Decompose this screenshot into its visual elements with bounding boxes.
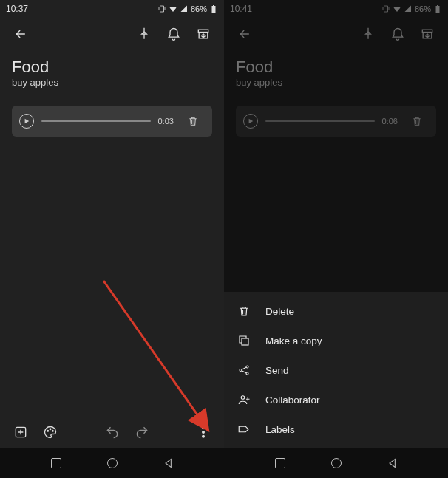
note-body-input[interactable]: buy apples: [12, 77, 212, 88]
menu-copy-label: Make a copy: [265, 335, 322, 346]
svg-point-11: [246, 366, 248, 368]
pin-button[interactable]: [132, 22, 156, 46]
nav-back-button[interactable]: [381, 451, 404, 475]
signal-icon: [180, 4, 189, 13]
vibrate-icon: [381, 4, 390, 13]
redo-button[interactable]: [130, 420, 154, 444]
battery-icon: [433, 4, 442, 13]
share-icon: [237, 363, 251, 377]
battery-text: 86%: [191, 4, 207, 13]
text-cursor: [50, 58, 50, 75]
status-bar: 10:41 86%: [224, 0, 448, 18]
note-title-input[interactable]: Food: [236, 58, 273, 76]
svg-rect-8: [422, 30, 432, 32]
audio-recording-chip: 0:03: [12, 106, 212, 137]
delete-audio-button[interactable]: [405, 109, 429, 133]
nav-back-button[interactable]: [157, 451, 180, 475]
menu-delete-label: Delete: [265, 306, 294, 317]
battery-icon: [209, 4, 218, 13]
audio-waveform[interactable]: [265, 120, 375, 122]
recents-button[interactable]: [44, 451, 68, 475]
svg-point-3: [50, 429, 51, 430]
status-icons: 86%: [157, 4, 218, 13]
battery-text: 86%: [415, 4, 431, 13]
svg-point-12: [246, 372, 248, 375]
more-button[interactable]: [191, 420, 215, 444]
app-bar: [0, 18, 224, 50]
status-bar: 10:37 86%: [0, 0, 224, 18]
menu-labels[interactable]: Labels: [224, 414, 448, 444]
overflow-menu-sheet: Delete Make a copy Send Collaborator Lab…: [224, 292, 448, 448]
trash-icon: [237, 304, 251, 318]
svg-point-10: [240, 369, 242, 372]
reminder-button[interactable]: [162, 22, 186, 46]
screen-left: 10:37 86% Food buy apples: [0, 0, 224, 478]
menu-copy[interactable]: Make a copy: [224, 326, 448, 355]
clock: 10:37: [6, 4, 28, 14]
svg-point-4: [52, 431, 54, 432]
menu-collaborator[interactable]: Collaborator: [224, 385, 448, 414]
svg-point-6: [203, 431, 205, 434]
vibrate-icon: [157, 4, 166, 13]
signal-icon: [404, 4, 413, 13]
menu-send[interactable]: Send: [224, 355, 448, 385]
menu-collaborator-label: Collaborator: [265, 395, 320, 406]
play-button[interactable]: [19, 114, 34, 129]
copy-icon: [237, 334, 251, 347]
system-nav-bar: [0, 448, 224, 478]
delete-audio-button[interactable]: [181, 109, 205, 133]
clock: 10:41: [230, 4, 252, 14]
menu-delete[interactable]: Delete: [224, 296, 448, 326]
note-content: Food buy apples 0:03: [0, 50, 224, 416]
home-button[interactable]: [101, 451, 124, 475]
add-button[interactable]: [9, 420, 33, 444]
audio-duration: 0:06: [382, 117, 398, 126]
note-body-input[interactable]: buy apples: [236, 77, 436, 88]
label-icon: [237, 423, 251, 436]
screen-right: 10:41 86% Food buy apples 0:06 D: [224, 0, 448, 478]
svg-rect-0: [198, 30, 208, 32]
menu-labels-label: Labels: [265, 424, 295, 435]
back-button[interactable]: [9, 22, 33, 46]
archive-button[interactable]: [191, 22, 215, 46]
svg-point-7: [203, 436, 205, 438]
wifi-icon: [169, 4, 177, 13]
audio-waveform[interactable]: [41, 120, 151, 122]
text-cursor: [274, 58, 274, 75]
archive-button[interactable]: [415, 22, 439, 46]
recents-button[interactable]: [268, 451, 292, 475]
app-bar: [224, 18, 448, 50]
pin-button[interactable]: [356, 22, 380, 46]
system-nav-bar: [224, 448, 448, 478]
home-button[interactable]: [325, 451, 348, 475]
back-button[interactable]: [233, 22, 257, 46]
svg-point-5: [203, 427, 205, 429]
play-button[interactable]: [243, 114, 258, 129]
palette-button[interactable]: [38, 420, 62, 444]
reminder-button[interactable]: [386, 22, 410, 46]
svg-rect-9: [242, 338, 248, 345]
audio-duration: 0:03: [158, 117, 174, 126]
svg-point-2: [47, 431, 49, 432]
status-icons: 86%: [381, 4, 442, 13]
bottom-toolbar: [0, 416, 224, 448]
audio-recording-chip: 0:06: [236, 106, 436, 137]
undo-button[interactable]: [101, 420, 124, 444]
wifi-icon: [393, 4, 401, 13]
person-add-icon: [237, 393, 251, 406]
note-title-input[interactable]: Food: [12, 58, 49, 76]
menu-send-label: Send: [265, 365, 289, 376]
svg-point-13: [241, 396, 245, 400]
